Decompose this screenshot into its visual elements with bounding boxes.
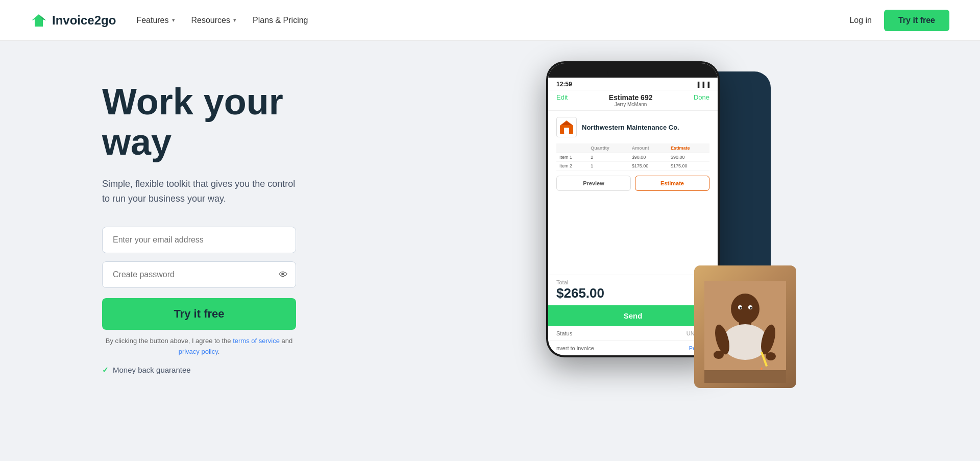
convert-section: nvert to invoice Pending bbox=[548, 341, 718, 355]
try-free-header-button[interactable]: Try it free bbox=[884, 10, 949, 31]
phone-mockup-container: 12:59 ▐ ▐ ▐ Edit Estimate 692 Jerry McMa… bbox=[546, 61, 781, 388]
company-name: Northwestern Maintenance Co. bbox=[582, 124, 679, 131]
svg-marker-5 bbox=[561, 122, 572, 125]
company-logo-icon bbox=[556, 117, 577, 137]
col-estimate: Estimate bbox=[668, 143, 709, 153]
col-desc bbox=[556, 143, 587, 153]
main-content: Work your way Simple, flexible toolkit t… bbox=[0, 41, 980, 461]
check-icon: ✓ bbox=[102, 366, 109, 375]
phone-nav-center: Estimate 692 Jerry McMann bbox=[609, 93, 653, 107]
phone-edit-button[interactable]: Edit bbox=[556, 93, 568, 107]
header-right: Log in Try it free bbox=[849, 10, 949, 31]
svg-rect-4 bbox=[564, 128, 569, 134]
company-header: Northwestern Maintenance Co. bbox=[556, 117, 709, 137]
logo[interactable]: Invoice2go bbox=[31, 12, 116, 29]
main-nav: Features ▾ Resources ▾ Plans & Pricing bbox=[136, 16, 308, 25]
notch-bar bbox=[607, 68, 658, 78]
terms-text: By clicking the button above, I agree to… bbox=[102, 336, 296, 357]
worker-illustration bbox=[694, 265, 796, 388]
worker-photo bbox=[694, 265, 796, 388]
phone-time: 12:59 bbox=[556, 81, 572, 88]
invoice-table: Quantity Amount Estimate Item 1 2 $90.00 bbox=[556, 143, 709, 171]
logo-icon bbox=[31, 12, 47, 29]
hero-image-section: 12:59 ▐ ▐ ▐ Edit Estimate 692 Jerry McMa… bbox=[347, 41, 980, 461]
table-row: Item 1 2 $90.00 $90.00 bbox=[556, 153, 709, 162]
header: Invoice2go Features ▾ Resources ▾ Plans … bbox=[0, 0, 980, 41]
hero-subtitle: Simple, flexible toolkit that gives you … bbox=[102, 177, 296, 206]
terms-of-service-link[interactable]: terms of service bbox=[233, 337, 280, 345]
nav-resources-label: Resources bbox=[191, 16, 230, 25]
svg-point-12 bbox=[714, 351, 724, 359]
phone-device: 12:59 ▐ ▐ ▐ Edit Estimate 692 Jerry McMa… bbox=[546, 61, 720, 357]
hero-section: Work your way Simple, flexible toolkit t… bbox=[0, 41, 347, 461]
invoice-total: Total $265.00 bbox=[548, 275, 718, 305]
nav-features[interactable]: Features ▾ bbox=[136, 16, 175, 25]
col-quantity: Quantity bbox=[587, 143, 628, 153]
svg-point-9 bbox=[722, 324, 768, 360]
nav-plans-pricing[interactable]: Plans & Pricing bbox=[253, 16, 308, 25]
phone-app-nav: Edit Estimate 692 Jerry McMann Done bbox=[548, 90, 718, 111]
header-left: Invoice2go Features ▾ Resources ▾ Plans … bbox=[31, 12, 308, 29]
send-button[interactable]: Send bbox=[548, 305, 718, 326]
svg-point-7 bbox=[731, 294, 760, 324]
login-button[interactable]: Log in bbox=[849, 16, 872, 25]
phone-notch bbox=[548, 63, 718, 78]
status-section: Status UNSENT bbox=[548, 326, 718, 341]
nav-plans-label: Plans & Pricing bbox=[253, 16, 308, 25]
svg-rect-16 bbox=[704, 370, 786, 383]
estimate-button[interactable]: Estimate bbox=[635, 176, 709, 191]
svg-point-19 bbox=[740, 307, 742, 309]
chevron-down-icon: ▾ bbox=[233, 17, 236, 23]
total-amount: $265.00 bbox=[556, 285, 709, 301]
phone-status-bar: 12:59 ▐ ▐ ▐ bbox=[548, 78, 718, 90]
svg-marker-0 bbox=[32, 14, 46, 27]
preview-button[interactable]: Preview bbox=[556, 176, 631, 191]
privacy-policy-link[interactable]: privacy policy bbox=[179, 348, 218, 355]
invoice-actions: Preview Estimate bbox=[556, 176, 709, 191]
password-field[interactable] bbox=[102, 261, 296, 288]
nav-resources[interactable]: Resources ▾ bbox=[191, 16, 236, 25]
email-field[interactable] bbox=[102, 227, 296, 253]
try-free-main-button[interactable]: Try it free bbox=[102, 298, 296, 330]
svg-point-13 bbox=[766, 352, 776, 360]
phone-done-button[interactable]: Done bbox=[694, 93, 709, 107]
svg-point-20 bbox=[750, 307, 752, 309]
nav-features-label: Features bbox=[136, 16, 168, 25]
col-amount: Amount bbox=[629, 143, 668, 153]
money-back-label: Money back guarantee bbox=[113, 366, 191, 374]
password-wrapper: 👁 bbox=[102, 261, 296, 288]
phone-status-icons: ▐ ▐ ▐ bbox=[696, 82, 709, 87]
phone-body: Northwestern Maintenance Co. Quantity Am… bbox=[548, 111, 718, 275]
signup-form: 👁 Try it free bbox=[102, 227, 296, 330]
logo-text: Invoice2go bbox=[52, 13, 116, 28]
eye-icon[interactable]: 👁 bbox=[279, 269, 288, 280]
chevron-down-icon: ▾ bbox=[172, 17, 175, 23]
phone-screen: 12:59 ▐ ▐ ▐ Edit Estimate 692 Jerry McMa… bbox=[548, 63, 718, 355]
hero-title: Work your way bbox=[102, 82, 316, 162]
worker-svg bbox=[704, 281, 786, 383]
money-back-guarantee: ✓ Money back guarantee bbox=[102, 366, 316, 375]
table-row: Item 2 1 $175.00 $175.00 bbox=[556, 162, 709, 171]
